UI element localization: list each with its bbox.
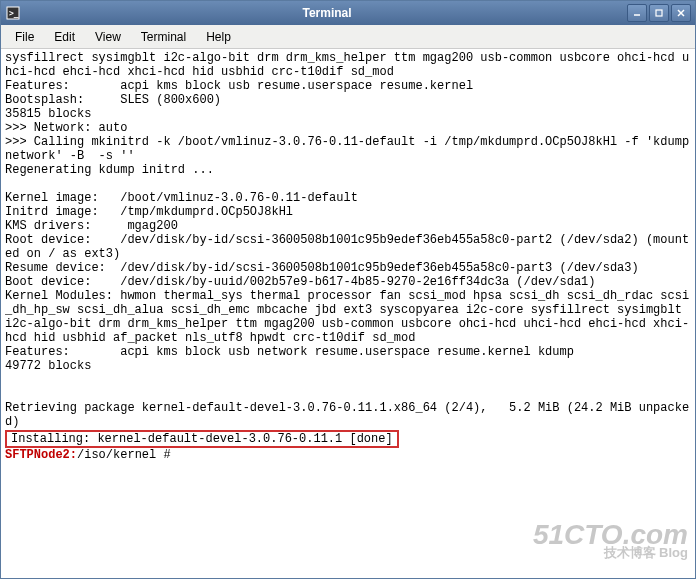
- output-line: Features: acpi kms block usb resume.user…: [5, 79, 473, 93]
- terminal-output[interactable]: sysfillrect sysimgblt i2c-algo-bit drm d…: [1, 49, 695, 578]
- shell-prompt: SFTPNode2:/iso/kernel #: [5, 448, 171, 462]
- output-line: 49772 blocks: [5, 359, 91, 373]
- menubar: File Edit View Terminal Help: [1, 25, 695, 49]
- window-title: Terminal: [27, 6, 627, 20]
- output-line: Boot device: /dev/disk/by-uuid/002b57e9-…: [5, 275, 596, 289]
- output-line: Kernel Modules: hwmon thermal_sys therma…: [5, 289, 689, 345]
- menu-edit[interactable]: Edit: [44, 28, 85, 46]
- output-line: Root device: /dev/disk/by-id/scsi-360050…: [5, 233, 689, 261]
- output-line: KMS drivers: mgag200: [5, 219, 178, 233]
- titlebar: >_ Terminal: [1, 1, 695, 25]
- highlighted-install-line: Installing: kernel-default-devel-3.0.76-…: [5, 430, 399, 448]
- output-line: Regenerating kdump initrd ...: [5, 163, 214, 177]
- maximize-button[interactable]: [649, 4, 669, 22]
- output-line: 35815 blocks: [5, 107, 91, 121]
- output-line: Kernel image: /boot/vmlinuz-3.0.76-0.11-…: [5, 191, 358, 205]
- menu-terminal[interactable]: Terminal: [131, 28, 196, 46]
- close-button[interactable]: [671, 4, 691, 22]
- prompt-host: SFTPNode2:: [5, 448, 77, 462]
- terminal-window: >_ Terminal File Edit View Terminal Help…: [0, 0, 696, 579]
- output-line: sysfillrect sysimgblt i2c-algo-bit drm d…: [5, 51, 689, 79]
- prompt-path: /iso/kernel #: [77, 448, 171, 462]
- window-controls: [627, 4, 691, 22]
- minimize-button[interactable]: [627, 4, 647, 22]
- terminal-icon: >_: [5, 5, 21, 21]
- svg-text:>_: >_: [9, 9, 19, 18]
- menu-help[interactable]: Help: [196, 28, 241, 46]
- output-line: Initrd image: /tmp/mkdumprd.OCp5OJ8kHl: [5, 205, 293, 219]
- output-line: Bootsplash: SLES (800x600): [5, 93, 221, 107]
- svg-rect-3: [656, 10, 662, 16]
- menu-view[interactable]: View: [85, 28, 131, 46]
- menu-file[interactable]: File: [5, 28, 44, 46]
- output-line: Resume device: /dev/disk/by-id/scsi-3600…: [5, 261, 639, 275]
- output-line: >>> Network: auto: [5, 121, 127, 135]
- output-line: >>> Calling mkinitrd -k /boot/vmlinuz-3.…: [5, 135, 695, 163]
- output-line: Features: acpi kms block usb network res…: [5, 345, 574, 359]
- output-line: Retrieving package kernel-default-devel-…: [5, 401, 689, 429]
